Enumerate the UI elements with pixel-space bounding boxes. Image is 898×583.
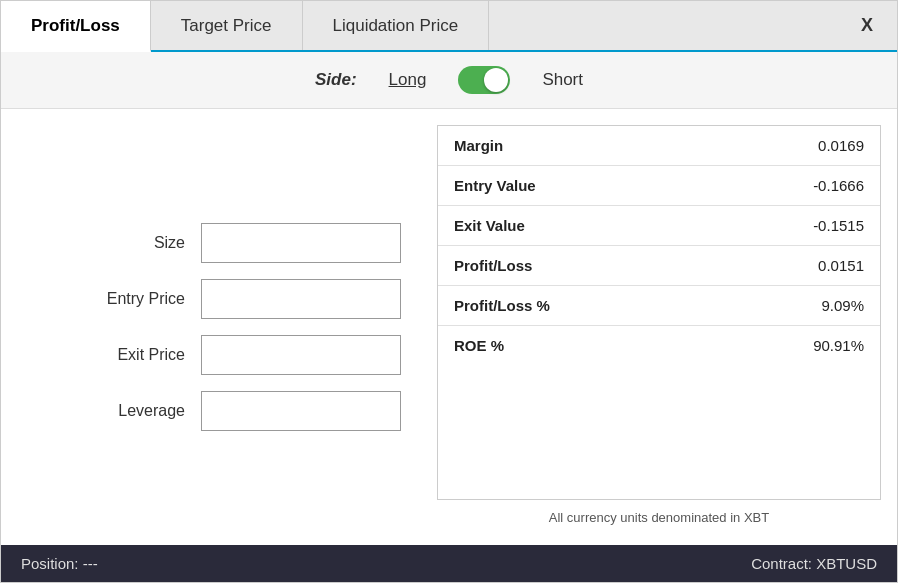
result-value: 0.0151	[818, 257, 864, 274]
results-table: Margin0.0169Entry Value-0.1666Exit Value…	[437, 125, 881, 500]
position-info: Position: ---	[21, 555, 98, 572]
result-value: 90.91%	[813, 337, 864, 354]
exit-price-input[interactable]: 6600.0	[201, 335, 401, 375]
tab-bar: Profit/Loss Target Price Liquidation Pri…	[1, 1, 897, 52]
leverage-row: Leverage 10.00	[21, 391, 401, 431]
toggle-track[interactable]	[458, 66, 510, 94]
result-row: Profit/Loss %9.09%	[438, 286, 880, 326]
exit-price-row: Exit Price 6600.0	[21, 335, 401, 375]
position-label: Position:	[21, 555, 79, 572]
side-label: Side:	[315, 70, 357, 90]
result-row: Margin0.0169	[438, 126, 880, 166]
result-row: Profit/Loss0.0151	[438, 246, 880, 286]
side-long-label[interactable]: Long	[389, 70, 427, 90]
entry-price-row: Entry Price 6000.0	[21, 279, 401, 319]
side-toggle[interactable]	[458, 66, 510, 94]
size-input[interactable]: 1000	[201, 223, 401, 263]
toggle-knob	[484, 68, 508, 92]
contract-ticker: XBTUSD	[816, 555, 877, 572]
calculator-window: Profit/Loss Target Price Liquidation Pri…	[0, 0, 898, 583]
form-section: Size 1000 Entry Price 6000.0 Exit Price …	[1, 125, 421, 529]
leverage-input[interactable]: 10.00	[201, 391, 401, 431]
position-dashes: ---	[83, 555, 98, 572]
entry-price-input[interactable]: 6000.0	[201, 279, 401, 319]
tab-target-price[interactable]: Target Price	[151, 1, 303, 50]
tab-liquidation-price[interactable]: Liquidation Price	[303, 1, 490, 50]
close-button[interactable]: X	[837, 1, 897, 50]
result-row: Entry Value-0.1666	[438, 166, 880, 206]
leverage-label: Leverage	[85, 402, 185, 420]
result-value: -0.1666	[813, 177, 864, 194]
result-key: Profit/Loss	[454, 257, 532, 274]
size-row: Size 1000	[21, 223, 401, 263]
result-key: Entry Value	[454, 177, 536, 194]
result-key: Exit Value	[454, 217, 525, 234]
result-value: 0.0169	[818, 137, 864, 154]
side-short-label[interactable]: Short	[542, 70, 583, 90]
contract-label: Contract:	[751, 555, 812, 572]
result-row: Exit Value-0.1515	[438, 206, 880, 246]
tab-profit-loss[interactable]: Profit/Loss	[1, 1, 151, 52]
results-section: Margin0.0169Entry Value-0.1666Exit Value…	[421, 125, 897, 529]
result-value: -0.1515	[813, 217, 864, 234]
result-value: 9.09%	[821, 297, 864, 314]
contract-info: Contract: XBTUSD	[751, 555, 877, 572]
exit-price-label: Exit Price	[85, 346, 185, 364]
main-content: Size 1000 Entry Price 6000.0 Exit Price …	[1, 109, 897, 545]
result-key: Profit/Loss %	[454, 297, 550, 314]
result-row: ROE %90.91%	[438, 326, 880, 365]
side-row: Side: Long Short	[1, 52, 897, 109]
result-key: Margin	[454, 137, 503, 154]
currency-note: All currency units denominated in XBT	[437, 500, 881, 529]
result-key: ROE %	[454, 337, 504, 354]
size-label: Size	[85, 234, 185, 252]
footer: Position: --- Contract: XBTUSD	[1, 545, 897, 582]
entry-price-label: Entry Price	[85, 290, 185, 308]
